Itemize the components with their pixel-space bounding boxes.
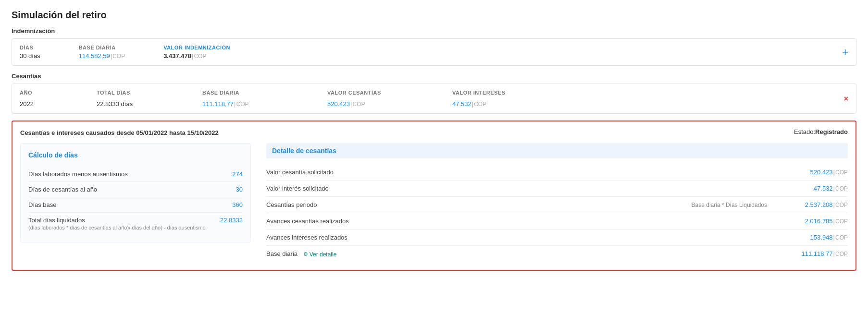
cesantias-valor-cesantias-col: 520.423|COP	[327, 100, 414, 108]
right-panel: Detalle de cesantías Valor cesantía soli…	[266, 143, 848, 262]
cesantias-valor-cesantias-label: VALOR CESANTÍAS	[327, 90, 414, 96]
cesantias-anio-label: AÑO	[20, 90, 58, 96]
cesantias-base-value: 111.118,77|COP	[202, 100, 289, 108]
indemnizacion-base-label: BASE DIARIA	[79, 45, 125, 50]
indemnizacion-dias-col: DÍAS 30 días	[20, 45, 40, 60]
detail-row-3: Avances cesantías realizados 2.016.785|C…	[266, 213, 848, 229]
calc-dias-box: Cálculo de días Días laborados menos aus…	[20, 143, 251, 242]
cesantias-anio-value: 2022	[20, 100, 58, 108]
detail-row-right-0: 520.423|COP	[771, 169, 848, 176]
indemnizacion-valor-label: VALOR INDEMNIZACIÓN	[163, 45, 230, 50]
detalle-cesantias-title-bar: Detalle de cesantías	[266, 143, 848, 158]
detail-row-2: Cesantías periodo Base diaria * Días Liq…	[266, 197, 848, 213]
indemnizacion-section-title: Indemnización	[12, 27, 856, 35]
cesantias-remove-button[interactable]: ×	[844, 95, 848, 103]
indemnizacion-dias-label: DÍAS	[20, 45, 40, 50]
detail-row-value-4: 153.948|COP	[771, 234, 848, 241]
cesantias-total-dias-col-header: TOTAL DÍAS	[97, 90, 164, 97]
cesantias-card: AÑO TOTAL DÍAS BASE DIARIA VALOR CESANTÍ…	[12, 84, 856, 114]
detail-row-label-3: Avances cesantías realizados	[266, 217, 349, 225]
detail-row-0: Valor cesantía solicitado 520.423|COP	[266, 164, 848, 181]
cesantias-section-title: Cesantías	[12, 72, 856, 80]
detail-row-value-5: 111.118,77|COP	[771, 250, 848, 257]
cesantias-valor-intereses-col: 47.532|COP	[452, 100, 539, 108]
indemnizacion-base-value: 114.582,59|COP	[79, 52, 125, 60]
detail-row-right-2: Base diaria * Días Liquidados 2.537.208|…	[692, 201, 848, 208]
cesantias-anio-col-header: AÑO	[20, 90, 58, 97]
calc-row-0: Días laborados menos ausentismos 274	[28, 167, 243, 182]
indemnizacion-section: Indemnización DÍAS 30 días BASE DIARIA 1…	[12, 27, 856, 66]
detail-row-value-3: 2.016.785|COP	[771, 217, 848, 225]
calc-row-label-1: Días de cesantías al año	[28, 186, 97, 193]
page-title: Simulación del retiro	[12, 10, 856, 21]
cesantias-anio-col: 2022	[20, 100, 58, 108]
left-panel: Cálculo de días Días laborados menos aus…	[20, 143, 251, 262]
detail-panel-header: Cesantías e intereses causados desde 05/…	[20, 129, 848, 136]
detail-row-label-1: Valor interés solicitado	[266, 185, 329, 192]
detail-row-right-4: 153.948|COP	[771, 234, 848, 241]
detail-row-hint-2: Base diaria * Días Liquidados	[692, 202, 767, 208]
detail-panel: Cesantías e intereses causados desde 05/…	[12, 121, 856, 271]
cesantias-total-dias-label: TOTAL DÍAS	[97, 90, 164, 96]
cesantias-base-col-header: BASE DIARIA	[202, 90, 289, 97]
calc-dias-title: Cálculo de días	[28, 151, 243, 159]
calc-row-label-3: Total días liquidados (días laborados * …	[28, 217, 206, 230]
detail-row-value-2: 2.537.208|COP	[771, 201, 848, 208]
detail-row-label-4: Avances intereses realizados	[266, 234, 347, 241]
indemnizacion-header: DÍAS 30 días BASE DIARIA 114.582,59|COP …	[20, 45, 848, 60]
detail-row-label-5: Base diaria Ver detalle	[266, 250, 336, 258]
indemnizacion-base-col: BASE DIARIA 114.582,59|COP	[79, 45, 125, 60]
indemnizacion-dias-value: 30 días	[20, 52, 40, 60]
detail-row-5: Base diaria Ver detalle 111.118,77|COP	[266, 246, 848, 262]
detail-row-value-1: 47.532|COP	[771, 185, 848, 192]
cesantias-total-dias-value: 22.8333 días	[97, 100, 164, 108]
indemnizacion-card: DÍAS 30 días BASE DIARIA 114.582,59|COP …	[12, 38, 856, 66]
detail-row-right-5: 111.118,77|COP	[771, 250, 848, 257]
calc-row-value-0: 274	[232, 170, 243, 178]
calc-row-value-2: 360	[232, 201, 243, 208]
calc-dias-rows: Días laborados menos ausentismos 274 Día…	[28, 167, 243, 234]
cesantias-section: Cesantías AÑO TOTAL DÍAS BASE DIARIA VAL…	[12, 72, 856, 114]
calc-row-value-3: 22.8333	[220, 217, 243, 224]
calc-row-value-1: 30	[236, 186, 243, 193]
detail-row-right-1: 47.532|COP	[771, 185, 848, 192]
indemnizacion-valor-value: 3.437.478|COP	[163, 52, 230, 60]
indemnizacion-valor-col: VALOR INDEMNIZACIÓN 3.437.478|COP	[163, 45, 230, 60]
main-layout: Cálculo de días Días laborados menos aus…	[20, 143, 848, 262]
cesantias-header-row: AÑO TOTAL DÍAS BASE DIARIA VALOR CESANTÍ…	[20, 90, 848, 97]
cesantias-valor-intereses-value: 47.532|COP	[452, 100, 539, 108]
detail-row-value-0: 520.423|COP	[771, 169, 848, 176]
cesantias-valor-cesantias-col-header: VALOR CESANTÍAS	[327, 90, 414, 97]
ver-detalle-link[interactable]: Ver detalle	[303, 251, 337, 258]
page-container: Simulación del retiro Indemnización DÍAS…	[0, 0, 868, 326]
detalle-cesantias-title: Detalle de cesantías	[272, 147, 336, 155]
calc-row-label-2: Días base	[28, 201, 57, 208]
detail-row-4: Avances intereses realizados 153.948|COP	[266, 229, 848, 246]
cesantias-valor-intereses-col-header: VALOR INTERESES	[452, 90, 539, 97]
estado-label: Estado:Registrado	[794, 128, 848, 135]
cesantias-base-col: 111.118,77|COP	[202, 100, 289, 108]
calc-row-2: Días base 360	[28, 197, 243, 213]
cesantias-base-label: BASE DIARIA	[202, 90, 289, 96]
calc-row-label-0: Días laborados menos ausentismos	[28, 170, 128, 178]
detail-row-label-2: Cesantías periodo	[266, 201, 317, 208]
cesantias-valor-cesantias-value: 520.423|COP	[327, 100, 414, 108]
detail-row-right-3: 2.016.785|COP	[771, 217, 848, 225]
cesantias-valor-intereses-label: VALOR INTERESES	[452, 90, 539, 96]
calc-row-3: Total días liquidados (días laborados * …	[28, 213, 243, 234]
calc-row-1: Días de cesantías al año 30	[28, 182, 243, 197]
detail-row-label-0: Valor cesantía solicitado	[266, 169, 334, 176]
indemnizacion-add-button[interactable]: +	[842, 47, 848, 58]
detail-row-1: Valor interés solicitado 47.532|COP	[266, 181, 848, 197]
cesantias-total-dias-col: 22.8333 días	[97, 100, 164, 108]
cesantias-data-row: 2022 22.8333 días 111.118,77|COP 520.423…	[20, 100, 848, 108]
